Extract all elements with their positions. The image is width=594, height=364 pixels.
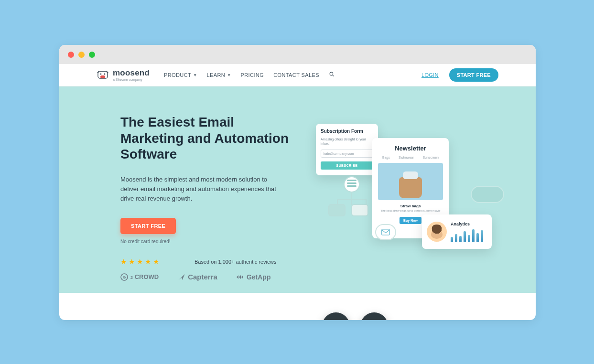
start-free-button[interactable]: START FREE — [449, 68, 498, 82]
newsletter-product-image — [378, 163, 443, 200]
straw-bag-icon — [399, 177, 422, 198]
hero-description: Moosend is the simplest and most modern … — [120, 175, 283, 203]
fab-row — [322, 312, 388, 320]
window-close-icon[interactable] — [68, 52, 74, 58]
brand-logo[interactable]: moosend a Sitecore company — [97, 69, 150, 81]
newsletter-tab: Swimwear — [399, 156, 414, 159]
getapp-logo: GetApp — [237, 273, 271, 281]
capterra-logo: Capterra — [178, 273, 217, 281]
nav-product-label: PRODUCT — [164, 72, 191, 78]
cloud-shape — [471, 186, 504, 203]
newsletter-tab: Sunscreen — [422, 156, 438, 159]
newsletter-product-desc: The best straw bags for a perfect summer… — [378, 209, 443, 212]
subscription-form-title: Subscription Form — [321, 128, 373, 134]
chevron-down-icon: ▼ — [193, 73, 197, 77]
svg-point-4 — [330, 72, 333, 75]
star-icon: ★ — [120, 257, 127, 266]
getapp-label: GetApp — [247, 273, 271, 281]
nav-learn-label: LEARN — [207, 72, 226, 78]
automation-node-icon — [351, 204, 368, 216]
newsletter-tab: Bags — [382, 156, 390, 159]
moosend-cow-icon — [97, 70, 109, 80]
edit-button[interactable] — [322, 312, 350, 320]
buy-now-button: Buy Now — [400, 217, 421, 224]
analytics-bars — [451, 228, 487, 242]
g2-crowd-label: 2 G2 CROWDCROWD — [130, 273, 159, 280]
no-credit-card-label: No credit card required! — [120, 239, 292, 244]
svg-text:G: G — [123, 275, 126, 279]
nav-learn[interactable]: LEARN ▼ — [207, 72, 231, 78]
nav-pricing-label: PRICING — [241, 72, 264, 78]
subscription-form-subtitle: Amazing offers straight to your inbox! — [321, 137, 373, 146]
brand-tagline: a Sitecore company — [113, 78, 150, 81]
svg-point-3 — [104, 74, 106, 75]
automation-node-icon — [344, 176, 360, 193]
browser-titlebar — [59, 45, 536, 64]
svg-point-2 — [100, 74, 102, 75]
star-icon: ★ — [129, 257, 135, 266]
delete-button[interactable] — [360, 312, 388, 320]
star-rating-row: ★ ★ ★ ★ ★ Based on 1,000+ authentic revi… — [120, 257, 292, 266]
star-icon: ★ — [153, 257, 159, 266]
hero-cta-button[interactable]: START FREE — [120, 218, 176, 234]
analytics-title: Analytics — [451, 222, 487, 226]
star-icon: ★ — [137, 257, 143, 266]
automation-node-icon — [328, 204, 346, 216]
search-icon[interactable] — [329, 71, 335, 79]
nav-contact-sales[interactable]: CONTACT SALES — [273, 72, 319, 78]
login-link[interactable]: LOGIN — [421, 72, 439, 78]
chevron-down-icon: ▼ — [227, 73, 231, 77]
analytics-card: Analytics — [422, 214, 492, 249]
hero-section: The Easiest Email Marketing and Automati… — [59, 86, 536, 293]
svg-rect-1 — [100, 75, 105, 78]
connector-line — [351, 192, 352, 205]
reviews-note: Based on 1,000+ authentic reviews — [194, 259, 277, 265]
capterra-label: Capterra — [188, 273, 217, 281]
connector-line — [337, 199, 366, 200]
newsletter-product-name: Straw bags — [378, 204, 443, 208]
newsletter-title: Newsletter — [378, 145, 443, 152]
hero-title: The Easiest Email Marketing and Automati… — [120, 114, 292, 162]
nav-pricing[interactable]: PRICING — [241, 72, 264, 78]
browser-window: moosend a Sitecore company PRODUCT ▼ LEA… — [59, 45, 536, 320]
hero-illustration: Subscription Form Amazing offers straigh… — [316, 115, 507, 278]
subscription-email-input: kate@company.com — [321, 150, 373, 158]
svg-rect-7 — [382, 229, 390, 235]
newsletter-tabs: Bags Swimwear Sunscreen — [378, 156, 443, 159]
window-minimize-icon[interactable] — [78, 52, 85, 58]
subscription-form-card: Subscription Form Amazing offers straigh… — [316, 124, 378, 175]
nav-links: PRODUCT ▼ LEARN ▼ PRICING CONTACT SALES — [164, 71, 335, 79]
review-logos-row: G 2 G2 CROWDCROWD Capterra GetApp — [120, 273, 292, 281]
star-icon: ★ — [145, 257, 151, 266]
g2-crowd-logo: G 2 G2 CROWDCROWD — [120, 273, 159, 281]
nav-contact-label: CONTACT SALES — [273, 72, 319, 78]
subscribe-button: SUBSCRIBE — [321, 161, 373, 170]
avatar-icon — [427, 222, 447, 242]
top-nav: moosend a Sitecore company PRODUCT ▼ LEA… — [59, 64, 536, 86]
nav-product[interactable]: PRODUCT ▼ — [164, 72, 197, 78]
brand-name: moosend — [113, 69, 150, 77]
window-zoom-icon[interactable] — [89, 52, 95, 58]
email-bubble-icon — [375, 224, 396, 240]
